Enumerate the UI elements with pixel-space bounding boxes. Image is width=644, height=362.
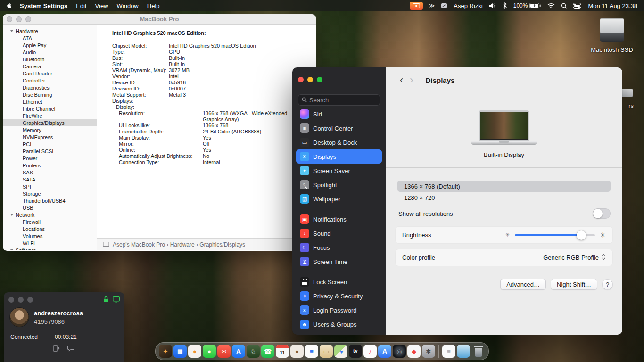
menu-item[interactable]: Edit bbox=[76, 2, 86, 9]
settings-sidebar-item-screen-time[interactable]: ⋈ Screen Time bbox=[296, 255, 382, 269]
menu-extra-icon-2[interactable] bbox=[441, 3, 447, 8]
sysinfo-tree-item[interactable]: Apple Pay bbox=[3, 41, 97, 49]
sysinfo-tree-item[interactable]: Firewall bbox=[3, 218, 97, 225]
close-button[interactable] bbox=[298, 77, 304, 82]
search-icon[interactable] bbox=[561, 3, 567, 9]
settings-sidebar-item-focus[interactable]: ☾ Focus bbox=[296, 240, 382, 255]
sysinfo-tree-item[interactable]: Graphics/Displays bbox=[3, 119, 97, 126]
close-button[interactable] bbox=[7, 16, 12, 22]
volume-icon[interactable] bbox=[489, 3, 496, 8]
menu-bar-clock[interactable]: Mon 11 Aug 23.38 bbox=[588, 2, 637, 9]
sysinfo-tree-item[interactable]: PCI bbox=[3, 140, 97, 148]
chat-icon[interactable] bbox=[67, 345, 74, 354]
sysinfo-tree-item[interactable]: Hardware bbox=[3, 27, 97, 34]
night-shift-button[interactable]: Night Shift… bbox=[551, 279, 597, 290]
sysinfo-tree-item[interactable]: ATA bbox=[3, 34, 97, 41]
sysinfo-tree-item[interactable]: Diagnostics bbox=[3, 84, 97, 91]
sysinfo-tree-item[interactable]: Wi-Fi bbox=[3, 239, 97, 247]
settings-sidebar-item-wallpaper[interactable]: ▨ Wallpaper bbox=[296, 192, 382, 206]
settings-sidebar-item-lock-screen[interactable]: Lock Screen bbox=[296, 275, 382, 289]
sysinfo-tree-item[interactable]: Software bbox=[3, 247, 97, 250]
sysinfo-tree-item[interactable]: Ethernet bbox=[3, 98, 97, 105]
sysinfo-tree-item[interactable]: FireWire bbox=[3, 112, 97, 119]
sysinfo-tree-item[interactable]: Power bbox=[3, 155, 97, 162]
dock-app-maps[interactable]: ▲ bbox=[334, 345, 347, 358]
sysinfo-tree-item[interactable]: Thunderbolt/USB4 bbox=[3, 197, 97, 204]
settings-sidebar-item-screen-saver[interactable]: ✦ Screen Saver bbox=[296, 164, 382, 178]
dock-app-lens-dark-app[interactable]: ◎ bbox=[393, 345, 406, 358]
settings-sidebar-item-login-password[interactable]: ∗ Login Password bbox=[296, 303, 382, 317]
settings-sidebar-item-siri[interactable]: Siri bbox=[296, 107, 382, 121]
search-input[interactable]: Search bbox=[298, 94, 380, 106]
screen-recording-indicator[interactable] bbox=[410, 2, 423, 10]
back-button[interactable]: ‹ bbox=[400, 75, 403, 85]
battery-indicator[interactable]: 100% bbox=[513, 2, 542, 9]
bluetooth-icon[interactable] bbox=[503, 2, 507, 9]
sysinfo-tree-item[interactable]: Locations bbox=[3, 225, 97, 232]
disclosure-triangle-icon[interactable] bbox=[10, 30, 13, 32]
dock-app-folder-beige-app[interactable]: ▭ bbox=[320, 345, 333, 358]
show-all-resolutions-toggle[interactable] bbox=[593, 208, 611, 219]
sysinfo-tree-item[interactable]: Bluetooth bbox=[3, 56, 97, 63]
dock-app-anydesk[interactable]: ◆ bbox=[407, 345, 421, 358]
dock-app-music[interactable]: ♪ bbox=[363, 345, 377, 358]
sysinfo-tree-item[interactable]: SATA bbox=[3, 176, 97, 183]
minimize-button[interactable] bbox=[16, 16, 22, 22]
zoom-button[interactable] bbox=[317, 77, 322, 82]
sysinfo-tree-item[interactable]: Parallel SCSI bbox=[3, 148, 97, 155]
minimize-button[interactable] bbox=[307, 77, 313, 82]
sysinfo-tree-item[interactable]: Storage bbox=[3, 190, 97, 197]
dock-app-launchpad[interactable]: ✦ bbox=[159, 345, 172, 358]
dock-app-messages[interactable]: ● bbox=[203, 345, 216, 358]
color-profile-select[interactable]: Generic RGB Profile bbox=[543, 254, 606, 262]
menu-extra-icon-1[interactable]: ≫ bbox=[429, 2, 435, 9]
settings-sidebar-item-displays[interactable]: ☀ Displays bbox=[296, 149, 382, 164]
breadcrumb[interactable]: Asep's MacBook Pro › Hardware › Graphics… bbox=[113, 241, 245, 248]
dock-app-apple-tv[interactable]: tv bbox=[349, 345, 362, 358]
brightness-knob[interactable] bbox=[577, 230, 586, 240]
sysinfo-tree-item[interactable]: Controller bbox=[3, 77, 97, 84]
sysinfo-tree-item[interactable]: Network bbox=[3, 211, 97, 218]
settings-sidebar-item-desktop-dock[interactable]: ▭ Desktop & Dock bbox=[296, 135, 382, 149]
dock-app-app-store[interactable]: A bbox=[232, 345, 245, 358]
settings-sidebar-item-privacy-security[interactable]: ✳ Privacy & Security bbox=[296, 289, 382, 303]
sysinfo-tree-item[interactable]: NVMExpress bbox=[3, 133, 97, 140]
disclosure-triangle-icon[interactable] bbox=[10, 249, 13, 251]
sysinfo-tree-item[interactable]: Fibre Channel bbox=[3, 105, 97, 112]
dock-file-document-file[interactable]: ≡ bbox=[442, 345, 455, 358]
advanced-button[interactable]: Advanced… bbox=[500, 279, 546, 290]
macintosh-ssd-desktop-icon[interactable]: Macintosh SSD bbox=[586, 16, 637, 53]
dock-app-orange-dot-app[interactable]: ● bbox=[188, 345, 201, 358]
sysinfo-tree-item[interactable]: SAS bbox=[3, 169, 97, 176]
resolution-option[interactable]: 1280 × 720 bbox=[397, 192, 611, 203]
dock-app-calendar[interactable]: 11 bbox=[276, 345, 289, 358]
sysinfo-tree-item[interactable]: Card Reader bbox=[3, 70, 97, 77]
disclosure-triangle-icon[interactable] bbox=[10, 214, 13, 216]
sysinfo-tree-item[interactable]: Memory bbox=[3, 126, 97, 133]
dock-file-blue-image-file[interactable] bbox=[457, 345, 470, 358]
wifi-icon[interactable] bbox=[547, 3, 555, 8]
dock-app-app-grid[interactable]: ▦ bbox=[173, 345, 187, 358]
sysinfo-tree-item[interactable]: Printers bbox=[3, 162, 97, 169]
dock-app-notes-blue-app[interactable]: ≡ bbox=[305, 345, 318, 358]
dock-app-settings-gear[interactable]: ✱ bbox=[422, 345, 435, 358]
dock-app-blue-a-app[interactable]: A bbox=[378, 345, 391, 358]
sysinfo-tree-item[interactable]: Camera bbox=[3, 63, 97, 70]
settings-sidebar-item-spotlight[interactable]: ○ Spotlight bbox=[296, 178, 382, 192]
settings-sidebar-item-users-groups[interactable]: ☻ Users & Groups bbox=[296, 317, 382, 331]
apple-menu-icon[interactable] bbox=[7, 2, 12, 9]
trash-icon[interactable] bbox=[472, 345, 485, 358]
dock-app-chess-green-app[interactable]: ♘ bbox=[247, 345, 260, 358]
help-button[interactable]: ? bbox=[602, 279, 613, 290]
brightness-slider[interactable] bbox=[515, 230, 595, 240]
sysinfo-tree-item[interactable]: Disc Burning bbox=[3, 91, 97, 98]
file-transfer-icon[interactable] bbox=[53, 345, 60, 354]
menu-item[interactable]: View bbox=[95, 2, 108, 9]
zoom-button[interactable] bbox=[25, 16, 31, 22]
control-center-icon[interactable] bbox=[573, 3, 581, 9]
minimize-button[interactable] bbox=[18, 297, 24, 303]
close-button[interactable] bbox=[8, 297, 14, 303]
resolution-option[interactable]: 644 × 362 (Default) bbox=[397, 181, 611, 192]
settings-sidebar-item-notifications[interactable]: ▣ Notifications bbox=[296, 212, 382, 226]
dock-app-brown-circle-app[interactable]: ● bbox=[290, 345, 304, 358]
